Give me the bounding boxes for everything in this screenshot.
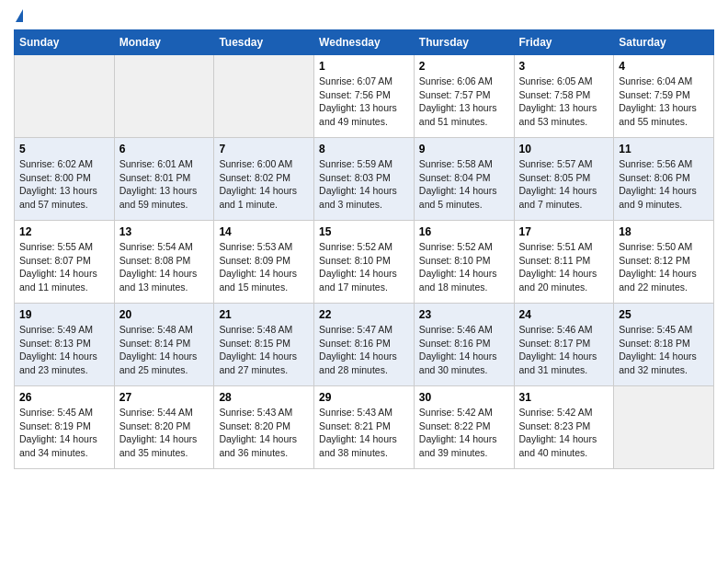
calendar-cell: 21Sunrise: 5:48 AM Sunset: 8:15 PM Dayli… xyxy=(214,304,314,386)
day-number: 30 xyxy=(419,391,509,404)
day-info: Sunrise: 6:07 AM Sunset: 7:56 PM Dayligh… xyxy=(319,75,409,129)
week-row-2: 5Sunrise: 6:02 AM Sunset: 8:00 PM Daylig… xyxy=(15,138,714,221)
day-info: Sunrise: 5:50 AM Sunset: 8:12 PM Dayligh… xyxy=(619,240,709,294)
day-number: 4 xyxy=(619,60,709,73)
calendar-cell: 2Sunrise: 6:06 AM Sunset: 7:57 PM Daylig… xyxy=(414,55,514,138)
day-number: 18 xyxy=(619,225,709,238)
calendar-cell xyxy=(15,55,115,138)
day-number: 22 xyxy=(319,308,409,321)
day-number: 28 xyxy=(219,391,309,404)
day-header-friday: Friday xyxy=(514,30,614,55)
day-info: Sunrise: 6:00 AM Sunset: 8:02 PM Dayligh… xyxy=(219,157,309,212)
calendar-cell: 1Sunrise: 6:07 AM Sunset: 7:56 PM Daylig… xyxy=(314,55,415,138)
day-number: 19 xyxy=(19,308,109,321)
day-number: 20 xyxy=(119,308,210,321)
day-info: Sunrise: 5:52 AM Sunset: 8:10 PM Dayligh… xyxy=(419,240,509,294)
day-info: Sunrise: 5:51 AM Sunset: 8:11 PM Dayligh… xyxy=(519,240,609,294)
day-info: Sunrise: 5:48 AM Sunset: 8:14 PM Dayligh… xyxy=(119,323,210,377)
day-info: Sunrise: 5:53 AM Sunset: 8:09 PM Dayligh… xyxy=(219,240,309,294)
day-info: Sunrise: 5:42 AM Sunset: 8:22 PM Dayligh… xyxy=(419,406,509,460)
calendar-cell: 15Sunrise: 5:52 AM Sunset: 8:10 PM Dayli… xyxy=(314,221,415,304)
day-number: 16 xyxy=(419,225,509,238)
day-number: 10 xyxy=(519,143,609,155)
day-number: 29 xyxy=(319,391,409,404)
calendar-cell: 3Sunrise: 6:05 AM Sunset: 7:58 PM Daylig… xyxy=(514,55,614,138)
calendar-cell: 19Sunrise: 5:49 AM Sunset: 8:13 PM Dayli… xyxy=(15,304,115,386)
day-info: Sunrise: 5:54 AM Sunset: 8:08 PM Dayligh… xyxy=(119,240,210,294)
day-number: 11 xyxy=(619,143,709,155)
logo xyxy=(14,9,23,22)
day-header-tuesday: Tuesday xyxy=(214,30,314,55)
day-header-monday: Monday xyxy=(114,30,214,55)
day-number: 13 xyxy=(119,225,210,238)
day-number: 23 xyxy=(419,308,509,321)
day-info: Sunrise: 5:48 AM Sunset: 8:15 PM Dayligh… xyxy=(219,323,309,377)
calendar-cell: 16Sunrise: 5:52 AM Sunset: 8:10 PM Dayli… xyxy=(414,221,514,304)
calendar-cell: 24Sunrise: 5:46 AM Sunset: 8:17 PM Dayli… xyxy=(514,304,614,386)
calendar-cell: 28Sunrise: 5:43 AM Sunset: 8:20 PM Dayli… xyxy=(214,386,314,469)
day-number: 31 xyxy=(519,391,609,404)
calendar-cell: 4Sunrise: 6:04 AM Sunset: 7:59 PM Daylig… xyxy=(614,55,714,138)
calendar-cell: 13Sunrise: 5:54 AM Sunset: 8:08 PM Dayli… xyxy=(114,221,214,304)
day-number: 7 xyxy=(219,143,309,155)
calendar-cell: 17Sunrise: 5:51 AM Sunset: 8:11 PM Dayli… xyxy=(514,221,614,304)
day-info: Sunrise: 5:59 AM Sunset: 8:03 PM Dayligh… xyxy=(319,157,409,212)
calendar-cell: 27Sunrise: 5:44 AM Sunset: 8:20 PM Dayli… xyxy=(114,386,214,469)
day-info: Sunrise: 5:55 AM Sunset: 8:07 PM Dayligh… xyxy=(19,240,109,294)
calendar-cell: 30Sunrise: 5:42 AM Sunset: 8:22 PM Dayli… xyxy=(414,386,514,469)
day-header-saturday: Saturday xyxy=(614,30,714,55)
calendar-cell xyxy=(614,386,714,469)
header xyxy=(14,9,714,22)
day-number: 15 xyxy=(319,225,409,238)
calendar-cell: 14Sunrise: 5:53 AM Sunset: 8:09 PM Dayli… xyxy=(214,221,314,304)
day-number: 21 xyxy=(219,308,309,321)
calendar-header: SundayMondayTuesdayWednesdayThursdayFrid… xyxy=(15,30,714,55)
day-number: 17 xyxy=(519,225,609,238)
day-info: Sunrise: 5:58 AM Sunset: 8:04 PM Dayligh… xyxy=(419,157,509,212)
day-info: Sunrise: 5:52 AM Sunset: 8:10 PM Dayligh… xyxy=(319,240,409,294)
day-number: 24 xyxy=(519,308,609,321)
day-info: Sunrise: 6:06 AM Sunset: 7:57 PM Dayligh… xyxy=(419,75,509,129)
day-info: Sunrise: 5:45 AM Sunset: 8:19 PM Dayligh… xyxy=(19,406,109,460)
calendar-cell: 8Sunrise: 5:59 AM Sunset: 8:03 PM Daylig… xyxy=(314,138,415,221)
day-info: Sunrise: 6:05 AM Sunset: 7:58 PM Dayligh… xyxy=(519,75,609,129)
calendar-cell: 23Sunrise: 5:46 AM Sunset: 8:16 PM Dayli… xyxy=(414,304,514,386)
calendar-cell: 9Sunrise: 5:58 AM Sunset: 8:04 PM Daylig… xyxy=(414,138,514,221)
calendar-cell: 25Sunrise: 5:45 AM Sunset: 8:18 PM Dayli… xyxy=(614,304,714,386)
calendar-cell: 29Sunrise: 5:43 AM Sunset: 8:21 PM Dayli… xyxy=(314,386,415,469)
day-info: Sunrise: 6:04 AM Sunset: 7:59 PM Dayligh… xyxy=(619,75,709,129)
calendar-cell: 5Sunrise: 6:02 AM Sunset: 8:00 PM Daylig… xyxy=(15,138,115,221)
day-info: Sunrise: 5:43 AM Sunset: 8:21 PM Dayligh… xyxy=(319,406,409,460)
day-number: 12 xyxy=(19,225,109,238)
calendar-body: 1Sunrise: 6:07 AM Sunset: 7:56 PM Daylig… xyxy=(15,55,714,469)
week-row-3: 12Sunrise: 5:55 AM Sunset: 8:07 PM Dayli… xyxy=(15,221,714,304)
calendar-cell xyxy=(114,55,214,138)
day-info: Sunrise: 5:56 AM Sunset: 8:06 PM Dayligh… xyxy=(619,157,709,212)
calendar-cell: 18Sunrise: 5:50 AM Sunset: 8:12 PM Dayli… xyxy=(614,221,714,304)
day-header-sunday: Sunday xyxy=(15,30,115,55)
week-row-4: 19Sunrise: 5:49 AM Sunset: 8:13 PM Dayli… xyxy=(15,304,714,386)
calendar-cell xyxy=(214,55,314,138)
day-number: 2 xyxy=(419,60,509,73)
calendar-cell: 10Sunrise: 5:57 AM Sunset: 8:05 PM Dayli… xyxy=(514,138,614,221)
day-info: Sunrise: 6:02 AM Sunset: 8:00 PM Dayligh… xyxy=(19,157,109,212)
day-number: 9 xyxy=(419,143,509,155)
day-number: 5 xyxy=(19,143,109,155)
calendar-cell: 12Sunrise: 5:55 AM Sunset: 8:07 PM Dayli… xyxy=(15,221,115,304)
day-number: 6 xyxy=(119,143,210,155)
day-number: 26 xyxy=(19,391,109,404)
day-number: 8 xyxy=(319,143,409,155)
day-info: Sunrise: 5:57 AM Sunset: 8:05 PM Dayligh… xyxy=(519,157,609,212)
week-row-1: 1Sunrise: 6:07 AM Sunset: 7:56 PM Daylig… xyxy=(15,55,714,138)
day-info: Sunrise: 5:47 AM Sunset: 8:16 PM Dayligh… xyxy=(319,323,409,377)
day-info: Sunrise: 5:46 AM Sunset: 8:17 PM Dayligh… xyxy=(519,323,609,377)
calendar-cell: 6Sunrise: 6:01 AM Sunset: 8:01 PM Daylig… xyxy=(114,138,214,221)
calendar-cell: 22Sunrise: 5:47 AM Sunset: 8:16 PM Dayli… xyxy=(314,304,415,386)
day-info: Sunrise: 5:49 AM Sunset: 8:13 PM Dayligh… xyxy=(19,323,109,377)
logo-triangle-icon xyxy=(16,9,23,22)
calendar-table: SundayMondayTuesdayWednesdayThursdayFrid… xyxy=(14,29,714,469)
day-number: 25 xyxy=(619,308,709,321)
day-number: 27 xyxy=(119,391,210,404)
day-info: Sunrise: 5:43 AM Sunset: 8:20 PM Dayligh… xyxy=(219,406,309,460)
day-number: 3 xyxy=(519,60,609,73)
